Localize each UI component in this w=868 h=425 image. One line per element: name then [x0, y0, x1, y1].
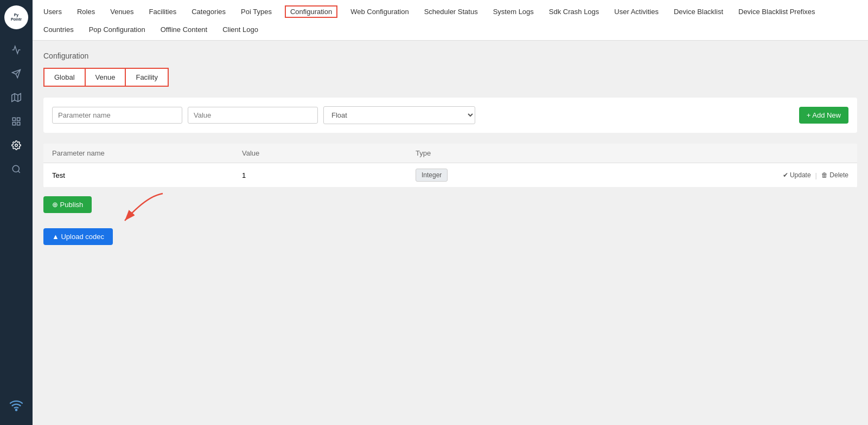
row-actions: ✔ Update | 🗑 Delete [567, 171, 848, 179]
col-param-name: Parameter name [52, 149, 242, 157]
svg-line-11 [18, 171, 20, 172]
row-param-name: Test [52, 171, 242, 179]
tab-venue[interactable]: Venue [85, 68, 125, 87]
main-content: Users Roles Venues Facilities Categories… [33, 0, 868, 425]
svg-rect-8 [12, 123, 15, 125]
nav-countries[interactable]: Countries [41, 24, 76, 35]
svg-rect-5 [12, 118, 15, 120]
add-parameter-form: Float Integer String Boolean + Add New [43, 98, 857, 133]
config-tabs: Global Venue Facility [43, 68, 857, 87]
row-type: Integer [416, 169, 567, 182]
nav-pop-configuration[interactable]: Pop Configuration [87, 24, 148, 35]
breadcrumb: Configuration [43, 51, 857, 60]
parameter-type-select[interactable]: Float Integer String Boolean [323, 106, 475, 124]
grid-icon[interactable] [5, 111, 27, 132]
row-value: 1 [242, 171, 416, 179]
nav-device-blacklist[interactable]: Device Blacklist [672, 7, 725, 17]
nav-poi-types[interactable]: Poi Types [239, 7, 274, 17]
update-button[interactable]: ✔ Update [783, 171, 811, 179]
add-new-label: + Add New [807, 111, 841, 119]
settings-icon[interactable] [5, 134, 27, 156]
nav-sdk-crash-logs[interactable]: Sdk Crash Logs [547, 7, 602, 17]
page-content: Configuration Global Venue Facility Floa… [33, 41, 868, 425]
add-new-button[interactable]: + Add New [799, 107, 848, 124]
svg-marker-2 [12, 94, 21, 102]
publish-button[interactable]: ⊕ Publish [43, 196, 92, 213]
table-header: Parameter name Value Type [43, 144, 857, 163]
parameters-table: Parameter name Value Type Test 1 Integer… [43, 144, 857, 188]
svg-point-12 [16, 409, 17, 410]
nav-categories[interactable]: Categories [189, 7, 228, 17]
nav-system-logs[interactable]: System Logs [491, 7, 536, 17]
parameter-name-input[interactable] [52, 107, 182, 124]
nav-scheduler-status[interactable]: Scheduler Status [422, 7, 480, 17]
table-row: Test 1 Integer ✔ Update | 🗑 Delete [43, 163, 857, 188]
chart-icon[interactable] [5, 39, 27, 61]
nav-venues[interactable]: Venues [108, 7, 136, 17]
wifi-icon [5, 395, 27, 416]
tab-global[interactable]: Global [43, 68, 85, 87]
nav-client-logo[interactable]: Client Logo [220, 24, 260, 35]
nav-web-configuration[interactable]: Web Configuration [348, 7, 411, 17]
nav-device-blacklist-prefixes[interactable]: Device Blacklist Prefixes [736, 7, 818, 17]
nav-row-1: Users Roles Venues Facilities Categories… [41, 0, 859, 21]
svg-rect-7 [17, 123, 20, 125]
nav-users[interactable]: Users [41, 7, 64, 17]
col-type: Type [416, 149, 567, 157]
nav-configuration[interactable]: Configuration [285, 5, 337, 18]
send-icon[interactable] [5, 63, 27, 85]
svg-point-9 [15, 144, 18, 147]
nav-user-activities[interactable]: User Activities [612, 7, 661, 17]
parameter-value-input[interactable] [188, 107, 318, 124]
tab-facility[interactable]: Facility [125, 68, 168, 87]
type-badge: Integer [416, 169, 448, 182]
delete-button[interactable]: 🗑 Delete [821, 171, 848, 179]
arrow-annotation [92, 191, 168, 229]
nav-facilities[interactable]: Facilities [147, 7, 179, 17]
sidebar: PyPointr [0, 0, 33, 425]
search-advanced-icon[interactable] [5, 158, 27, 180]
nav-offline-content[interactable]: Offline Content [158, 24, 209, 35]
col-actions [567, 149, 848, 157]
action-separator: | [815, 171, 817, 179]
top-nav: Users Roles Venues Facilities Categories… [33, 0, 868, 41]
svg-rect-6 [17, 118, 20, 120]
svg-point-10 [12, 165, 19, 172]
app-logo: PyPointr [4, 5, 28, 29]
map-icon[interactable] [5, 87, 27, 108]
nav-roles[interactable]: Roles [75, 7, 97, 17]
col-value: Value [242, 149, 416, 157]
upload-codec-button[interactable]: ▲ Upload codec [43, 228, 113, 245]
nav-row-2: Countries Pop Configuration Offline Cont… [41, 21, 859, 40]
